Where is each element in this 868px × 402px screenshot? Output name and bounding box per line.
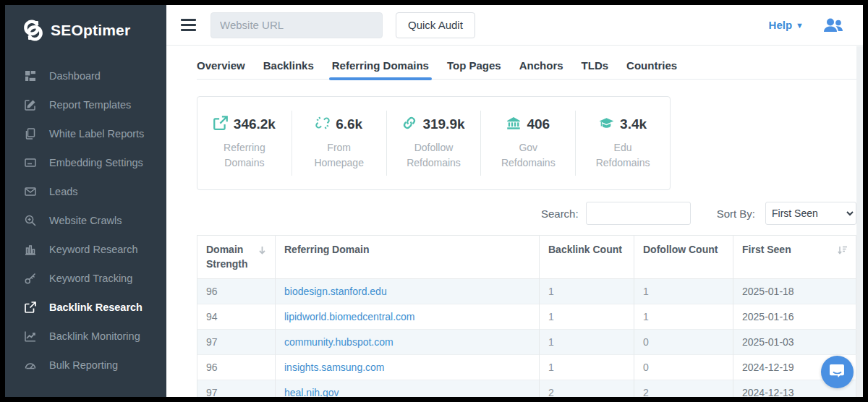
sidebar-item-leads[interactable]: Leads xyxy=(5,177,166,206)
cell-dofollow-count: 1 xyxy=(634,278,733,304)
cell-dofollow-count: 2 xyxy=(634,380,733,397)
search-label: Search: xyxy=(541,208,579,220)
sidebar-item-white-label-reports[interactable]: White Label Reports xyxy=(5,119,166,148)
cell-dofollow-count: 0 xyxy=(634,329,733,354)
brand-name: SEOptimer xyxy=(51,22,130,39)
sidebar-item-keyword-research[interactable]: Keyword Research xyxy=(5,235,166,264)
referring-domain-link[interactable]: biodesign.stanford.edu xyxy=(284,286,387,297)
table-controls: Search: Sort By: First Seen xyxy=(197,202,856,225)
tab-backlinks[interactable]: Backlinks xyxy=(263,55,314,79)
sort-by-select[interactable]: First Seen xyxy=(765,202,856,225)
sidebar-item-report-templates[interactable]: Report Templates xyxy=(5,90,166,119)
stat-label: Referring Domains xyxy=(211,140,278,171)
quick-audit-button[interactable]: Quick Audit xyxy=(396,12,475,38)
graduation-cap-icon xyxy=(599,116,614,133)
stat-label: Dofollow Refdomains xyxy=(400,140,467,171)
chat-bubble-icon xyxy=(830,364,845,381)
stats-card: 346.2k Referring Domains 6.6k From Homep… xyxy=(197,96,671,190)
referring-domain-link[interactable]: lipidworld.biomedcentral.com xyxy=(284,311,415,322)
gauge-icon xyxy=(24,359,37,371)
hamburger-menu-icon[interactable] xyxy=(179,16,197,34)
column-label: Referring Domain xyxy=(284,244,369,255)
column-header-backlink-count[interactable]: Backlink Count xyxy=(540,236,634,279)
chevron-down-icon: ▼ xyxy=(796,21,804,30)
help-dropdown[interactable]: Help▼ xyxy=(769,19,804,31)
stat-dofollow-refdomains: 319.9k Dofollow Refdomains xyxy=(386,111,481,176)
app-window: SEOptimer Dashboard Report Templates Whi… xyxy=(0,0,868,402)
link-icon xyxy=(402,116,417,133)
broken-link-icon xyxy=(315,116,330,133)
column-label: Domain Strength xyxy=(206,242,254,272)
seoptimer-gear-logo-icon xyxy=(22,20,44,41)
cell-backlink-count: 1 xyxy=(540,329,634,354)
cell-dofollow-count: 1 xyxy=(634,304,733,329)
tab-tlds[interactable]: TLDs xyxy=(582,55,609,79)
external-link-icon xyxy=(213,116,228,133)
cell-first-seen: 2025-01-16 xyxy=(733,304,856,329)
table-row: 97 community.hubspot.com 1 0 2025-01-03 xyxy=(197,329,856,354)
cell-referring-domain: insights.samsung.com xyxy=(276,354,540,380)
column-header-dofollow-count[interactable]: Dofollow Count xyxy=(634,236,733,279)
cell-domain-strength: 97 xyxy=(197,329,276,354)
sidebar-item-bulk-reporting[interactable]: Bulk Reporting xyxy=(5,351,166,380)
stat-edu-refdomains: 3.4k Edu Refdomains xyxy=(575,111,670,176)
chat-launcher-button[interactable] xyxy=(821,356,854,388)
sidebar-item-backlink-monitoring[interactable]: Backlink Monitoring xyxy=(5,322,166,351)
stat-label: Edu Refdomains xyxy=(590,140,656,171)
edit-icon xyxy=(24,99,37,111)
sidebar: SEOptimer Dashboard Report Templates Whi… xyxy=(5,5,166,397)
column-header-referring-domain[interactable]: Referring Domain xyxy=(276,236,540,279)
sidebar-item-label: Bulk Reporting xyxy=(49,359,118,371)
content: Overview Backlinks Referring Domains Top… xyxy=(166,46,856,397)
embed-card-icon xyxy=(24,157,37,168)
sidebar-item-label: Embedding Settings xyxy=(49,157,143,168)
cell-domain-strength: 96 xyxy=(197,354,276,380)
tab-top-pages[interactable]: Top Pages xyxy=(447,55,501,79)
topbar: Quick Audit Help▼ xyxy=(166,5,863,46)
cell-referring-domain: community.hubspot.com xyxy=(276,329,540,354)
scrollbar-track[interactable] xyxy=(856,46,863,397)
sidebar-item-label: Keyword Research xyxy=(49,244,138,255)
search-input[interactable] xyxy=(586,202,691,225)
sidebar-item-embedding-settings[interactable]: Embedding Settings xyxy=(5,148,166,177)
column-header-domain-strength[interactable]: Domain Strength xyxy=(197,236,276,279)
referring-domain-link[interactable]: community.hubspot.com xyxy=(284,336,393,348)
column-label: Dofollow Count xyxy=(643,244,718,255)
search-plus-icon xyxy=(24,215,37,226)
stat-value: 6.6k xyxy=(336,116,362,132)
sidebar-nav: Dashboard Report Templates White Label R… xyxy=(5,61,166,380)
stat-value: 319.9k xyxy=(422,116,464,132)
column-label: Backlink Count xyxy=(548,244,622,255)
stat-gov-refdomains: 406 Gov Refdomains xyxy=(480,111,575,176)
referring-domains-table: Domain Strength Referring Domain Backlin… xyxy=(197,235,856,397)
dashboard-grid-icon xyxy=(24,70,37,82)
column-header-first-seen[interactable]: First Seen xyxy=(733,236,856,279)
sidebar-item-dashboard[interactable]: Dashboard xyxy=(5,61,166,90)
tab-overview[interactable]: Overview xyxy=(197,55,245,79)
table-row: 94 lipidworld.biomedcentral.com 1 1 2025… xyxy=(197,304,856,329)
external-link-icon xyxy=(24,302,37,313)
website-url-input[interactable] xyxy=(210,12,383,38)
referring-domain-link[interactable]: insights.samsung.com xyxy=(284,362,385,373)
tab-anchors[interactable]: Anchors xyxy=(519,55,563,79)
brand-logo[interactable]: SEOptimer xyxy=(5,5,166,51)
stat-value: 346.2k xyxy=(234,116,276,132)
stat-label: From Homepage xyxy=(306,140,373,171)
tab-countries[interactable]: Countries xyxy=(626,55,677,79)
sidebar-item-website-crawls[interactable]: Website Crawls xyxy=(5,206,166,235)
arrow-down-icon xyxy=(258,244,266,258)
cell-first-seen: 2025-01-03 xyxy=(733,329,856,354)
referring-domain-link[interactable]: heal.nih.gov xyxy=(284,387,339,397)
cell-domain-strength: 97 xyxy=(197,380,276,397)
key-icon xyxy=(24,273,37,284)
stat-value: 406 xyxy=(527,116,550,132)
users-icon[interactable] xyxy=(822,17,844,34)
sidebar-item-backlink-research[interactable]: Backlink Research xyxy=(5,293,166,322)
column-label: First Seen xyxy=(742,242,791,257)
sidebar-item-label: Backlink Research xyxy=(49,302,142,313)
cell-backlink-count: 2 xyxy=(540,380,634,397)
sidebar-item-keyword-tracking[interactable]: Keyword Tracking xyxy=(5,264,166,293)
tab-referring-domains[interactable]: Referring Domains xyxy=(332,55,429,79)
main-area: Quick Audit Help▼ Overview Backlinks Ref… xyxy=(166,5,863,397)
stat-value: 3.4k xyxy=(620,116,647,132)
